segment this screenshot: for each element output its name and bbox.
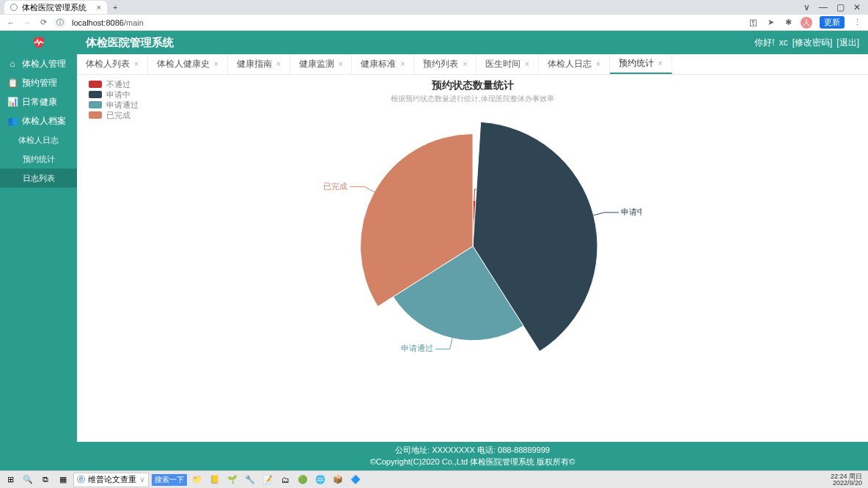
window-settings-icon[interactable]: ∨ [803, 2, 810, 12]
pie-label-申请中: 申请中 [621, 207, 641, 216]
content-tab-0[interactable]: 体检人列表× [77, 54, 148, 74]
key-icon[interactable]: ⚿ [748, 18, 758, 27]
app-icon-3[interactable]: 🌱 [225, 473, 240, 487]
content-tab-5[interactable]: 预约列表× [414, 54, 477, 74]
tab-close-icon[interactable]: × [134, 60, 139, 68]
greeting-label: 你好! [754, 37, 774, 49]
logo [0, 31, 77, 54]
pie-chart[interactable]: 不通过申请中申请通过已完成 [304, 107, 641, 425]
app-icon-2[interactable]: 📒 [207, 473, 222, 487]
change-password-link[interactable]: [修改密码] [792, 37, 833, 49]
logout-link[interactable]: [退出] [836, 37, 859, 49]
home-icon: ⌂ [7, 59, 18, 69]
task-view-icon[interactable]: ⧉ [38, 473, 53, 487]
sidebar-sub-1[interactable]: 预约统计 [0, 149, 77, 169]
tab-label: 健康监测 [299, 58, 334, 70]
tab-close-icon[interactable]: × [596, 60, 600, 68]
new-tab-button[interactable]: + [113, 3, 117, 12]
username-label: xc [779, 37, 788, 48]
calendar-icon: 📋 [7, 78, 18, 88]
content-tabs: 体检人列表×体检人健康史×健康指南×健康监测×健康标准×预约列表×医生时间×体检… [77, 54, 868, 75]
tab-close-icon[interactable]: × [339, 60, 343, 68]
pie-label-已完成: 已完成 [323, 181, 347, 190]
tab-close-icon[interactable]: × [276, 60, 281, 68]
chart-subtitle: 根据预约状态数量进行统计,体现医院整体办事效率 [77, 94, 868, 104]
sidebar-sub-2[interactable]: 日志列表 [0, 169, 77, 188]
app-icon-4[interactable]: 🔧 [243, 473, 257, 487]
profile-avatar[interactable]: 人 [801, 17, 812, 29]
sidebar-item-1[interactable]: 📋预约管理 [0, 73, 77, 92]
search-button[interactable]: 搜索一下 [152, 474, 187, 486]
send-icon[interactable]: ➤ [765, 18, 776, 27]
chart-title: 预约状态数量统计 [77, 79, 868, 92]
app-icon-6[interactable]: 🗂 [278, 473, 293, 487]
pie-label-申请通过: 申请通过 [400, 344, 433, 352]
update-button[interactable]: 更新 [820, 16, 845, 29]
app-icon-1[interactable]: 📁 [190, 473, 205, 487]
url-field[interactable]: localhost:8086/main [72, 18, 742, 27]
footer-copyright: ©Copyright(C)2020 Co.,Ltd 体检医院管理系统 版权所有© [77, 456, 868, 467]
content-tab-6[interactable]: 医生时间× [477, 54, 539, 74]
tab-close-icon[interactable]: × [214, 60, 218, 68]
app-icon-7[interactable]: 🟢 [295, 473, 310, 487]
sidebar-sub-0[interactable]: 体检人日志 [0, 130, 77, 149]
tab-close-icon[interactable]: × [525, 60, 529, 68]
tab-label: 体检人健康史 [157, 58, 210, 70]
widgets-icon[interactable]: ▦ [56, 473, 70, 487]
sidebar-item-label: 日常健康 [22, 96, 57, 108]
footer: 公司地址: XXXXXXXX 电话: 088-88889999 ©Copyrig… [77, 442, 868, 470]
chrome-icon[interactable]: 🌐 [313, 473, 328, 487]
browser-address-bar: ← → ⟳ ⓘ localhost:8086/main ⚿ ➤ ✱ 人 更新 ⋮ [0, 15, 868, 31]
tab-favicon [10, 4, 18, 11]
tab-label: 体检人列表 [86, 58, 130, 70]
sidebar-item-label: 预约管理 [22, 77, 57, 89]
sidebar-item-label: 体检人管理 [22, 58, 66, 70]
search-icon[interactable]: 🔍 [21, 473, 35, 487]
taskbar: ⊞ 🔍 ⧉ ▦ ⓔ 维普论文查重 ∨ 搜索一下 📁 📒 🌱 🔧 📝 🗂 🟢 🌐 … [0, 470, 868, 488]
window-close-icon[interactable]: ✕ [853, 2, 861, 12]
legend-label: 已完成 [106, 110, 130, 121]
browser-tab[interactable]: 体检医院管理系统 × [4, 1, 107, 14]
users-icon: 👥 [7, 116, 18, 126]
tab-close-icon[interactable]: × [463, 60, 467, 68]
search-text: 维普论文查重 [88, 474, 136, 485]
tab-close-icon[interactable]: × [97, 3, 101, 12]
nav-back-icon[interactable]: ← [6, 18, 16, 27]
sidebar-item-label: 体检人档案 [22, 115, 66, 127]
nav-forward-icon: → [22, 18, 32, 27]
content-tab-2[interactable]: 健康指南× [228, 54, 290, 74]
app-icon-9[interactable]: 📦 [331, 473, 345, 487]
site-info-icon[interactable]: ⓘ [54, 17, 66, 29]
taskbar-clock[interactable]: 22:24 周日 2022/9/20 [831, 473, 865, 487]
nav-reload-icon[interactable]: ⟳ [38, 18, 48, 27]
tab-label: 预约列表 [423, 58, 458, 70]
heart-logo-icon [31, 34, 47, 51]
taskbar-search[interactable]: ⓔ 维普论文查重 ∨ [73, 473, 149, 487]
menu-icon[interactable]: ⋮ [852, 18, 862, 27]
bar-icon: 📊 [7, 97, 18, 107]
content-tab-3[interactable]: 健康监测× [290, 54, 353, 74]
content-tab-4[interactable]: 健康标准× [352, 54, 414, 74]
extension-icon[interactable]: ✱ [783, 18, 793, 27]
app-icon-5[interactable]: 📝 [260, 473, 275, 487]
sidebar-item-0[interactable]: ⌂体检人管理 [0, 54, 77, 73]
legend-item-3[interactable]: 已完成 [89, 110, 139, 120]
app-title: 体检医院管理系统 [86, 36, 174, 50]
topbar: 体检医院管理系统 你好! xc [修改密码] [退出] [77, 31, 868, 54]
sidebar: ⌂体检人管理📋预约管理📊日常健康👥体检人档案 体检人日志预约统计日志列表 [0, 31, 77, 470]
sidebar-item-2[interactable]: 📊日常健康 [0, 92, 77, 111]
sidebar-item-3[interactable]: 👥体检人档案 [0, 111, 77, 130]
footer-address: 公司地址: XXXXXXXX 电话: 088-88889999 [77, 445, 868, 456]
window-maximize-icon[interactable]: ▢ [836, 2, 845, 12]
tab-close-icon[interactable]: × [400, 60, 405, 68]
app-icon-10[interactable]: 🔷 [348, 473, 363, 487]
window-minimize-icon[interactable]: — [819, 2, 828, 12]
tab-label: 体检人日志 [548, 58, 592, 70]
content-tab-7[interactable]: 体检人日志× [539, 54, 610, 74]
tab-close-icon[interactable]: × [658, 59, 663, 67]
tab-label: 预约统计 [619, 57, 654, 70]
start-button[interactable]: ⊞ [3, 473, 18, 487]
content-tab-1[interactable]: 体检人健康史× [148, 54, 228, 74]
tab-title: 体检医院管理系统 [22, 2, 87, 13]
content-tab-8[interactable]: 预约统计× [610, 54, 672, 74]
